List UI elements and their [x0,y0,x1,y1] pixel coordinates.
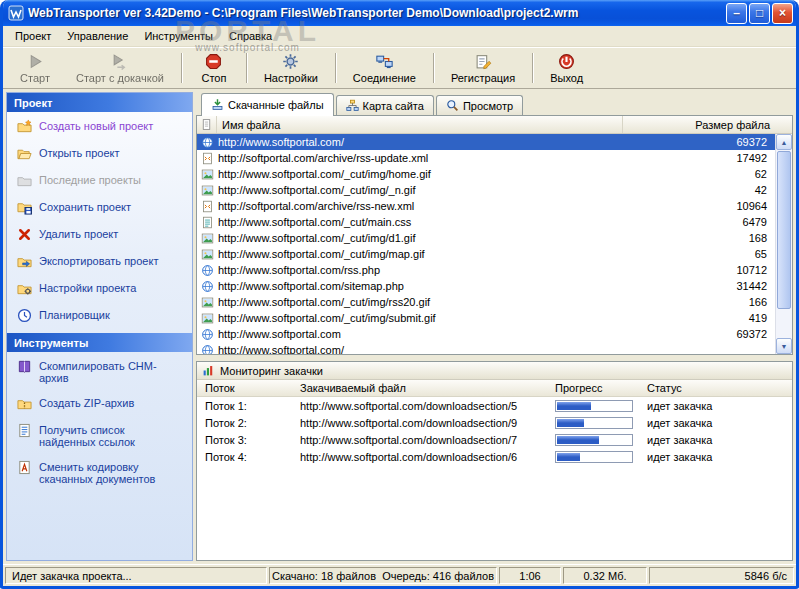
toolbar-button-label: Соединение [353,72,416,84]
file-row[interactable]: http://softportal.com/archive/rss-update… [197,150,775,166]
sidebar-item-label: Создать новый проект [39,119,153,132]
menu-item-0[interactable]: Проект [7,28,59,44]
toolbar-button-0[interactable]: Старт [7,49,63,87]
file-list-header: Имя файла Размер файла [197,116,792,134]
status-panel-2: 1:06 [499,567,561,584]
vertical-scrollbar[interactable]: ▲ ▼ [775,134,792,354]
file-row[interactable]: http://www.softportal.com/sitemap.php314… [197,278,775,294]
open-project-icon [16,146,32,161]
scroll-thumb[interactable] [777,151,791,309]
file-size: 168 [697,232,775,244]
sidebar-item-0-0[interactable]: Создать новый проект [16,119,188,134]
tab-label: Скачанные файлы [228,99,324,111]
sidebar-item-1-1[interactable]: Создать ZIP-архив [16,396,188,411]
sidebar-item-0-3[interactable]: Сохранить проект [16,200,188,215]
sidebar-item-0-7[interactable]: Планировщик [16,308,188,323]
css-icon [201,216,214,229]
file-row[interactable]: http://www.softportal.com/_cut/img/submi… [197,310,775,326]
sidebar-item-0-5[interactable]: Экспортировать проект [16,254,188,269]
status-panel-1: Скачано: 18 файлов Очередь: 416 файлов [269,567,497,584]
toolbar-button-label: Старт с докачкой [76,72,164,84]
file-name: http://www.softportal.com/rss.php [218,264,693,276]
file-row[interactable]: http://www.softportal.com/_cut/img/_n.gi… [197,182,775,198]
minimize-button[interactable]: – [726,3,747,24]
file-name: http://www.softportal.com/_cut/img/home.… [218,168,693,180]
file-row[interactable]: http://www.softportal.com/_cut/img/d1.gi… [197,230,775,246]
file-size: 17492 [697,152,775,164]
toolbar-button-3[interactable]: Настройки [251,49,331,87]
sidebar-item-1-2[interactable]: Получить список найденных ссылок [16,423,188,448]
monitor-row: Поток 3:http://www.softportal.com/downlo… [197,431,792,448]
file-size: 10964 [697,200,775,212]
scroll-track[interactable] [776,150,792,338]
file-row[interactable]: http://www.softportal.com/ [197,342,775,354]
toolbar-button-6[interactable]: Выход [537,49,596,87]
file-name: http://www.softportal.com [218,328,693,340]
html-icon [201,328,214,341]
file-row[interactable]: http://www.softportal.com/_cut/main.css6… [197,214,775,230]
app-icon [8,5,24,21]
sidebar-item-1-0[interactable]: Скомпилировать CHM-архив [16,359,188,384]
toolbar-button-1[interactable]: Старт с докачкой [63,49,177,87]
file-row[interactable]: http://www.softportal.com/69372 [197,134,775,150]
toolbar-button-2[interactable]: Стоп [186,49,242,87]
file-row[interactable]: http://www.softportal.com/_cut/img/rss20… [197,294,775,310]
file-name: http://www.softportal.com/_cut/img/submi… [218,312,693,324]
tab-1[interactable]: Карта сайта [336,95,434,115]
file-row[interactable]: http://www.softportal.com/_cut/img/home.… [197,166,775,182]
file-list-body: http://www.softportal.com/69372http://so… [197,134,792,354]
tab-0[interactable]: Скачанные файлы [201,93,334,116]
sidebar-item-0-2[interactable]: Последние проекты [16,173,188,188]
menu-item-2[interactable]: Инструменты [136,28,221,44]
image-icon [201,184,214,197]
toolbar-button-label: Выход [550,72,583,84]
image-icon [201,248,214,261]
sidebar-item-0-1[interactable]: Открыть проект [16,146,188,161]
zip-icon [16,396,32,411]
monitor-thread: Поток 2: [205,417,300,429]
file-row[interactable]: http://www.softportal.com/_cut/img/map.g… [197,246,775,262]
maximize-button[interactable]: □ [749,3,770,24]
html-icon [201,264,214,277]
file-size: 69372 [697,328,775,340]
progress-fill [557,402,591,410]
sidebar-list-1: Скомпилировать CHM-архивСоздать ZIP-архи… [7,352,192,495]
menu-item-1[interactable]: Управление [59,28,136,44]
file-name: http://www.softportal.com/ [218,136,693,148]
file-name: http://www.softportal.com/sitemap.php [218,280,693,292]
title-bar: WebTransporter ver 3.42Demo - C:\Program… [3,0,796,26]
recent-projects-icon [16,173,32,188]
encoding-icon [16,460,32,475]
sidebar-item-0-4[interactable]: Удалить проект [16,227,188,242]
file-row[interactable]: http://www.softportal.com/rss.php10712 [197,262,775,278]
file-size: 419 [697,312,775,324]
menu-item-3[interactable]: Справка [221,28,280,44]
new-project-icon [16,119,32,134]
close-button[interactable]: × [772,3,793,24]
sidebar-section-title: Инструменты [14,337,88,349]
app-window: WebTransporter ver 3.42Demo - C:\Program… [0,0,799,589]
file-size: 10712 [697,264,775,276]
toolbar-separator [532,53,533,83]
tab-2[interactable]: Просмотр [436,95,523,115]
toolbar-separator [181,53,182,83]
toolbar-button-4[interactable]: Соединение [340,49,429,87]
column-header-name[interactable]: Имя файла [216,116,622,133]
column-header-size[interactable]: Размер файла [622,116,792,133]
scroll-down-button[interactable]: ▼ [776,338,792,354]
sidebar-section-title: Проект [14,97,52,109]
toolbar-separator [246,53,247,83]
sidebar-item-1-3[interactable]: Сменить кодировку скачанных документов [16,460,188,485]
sidebar-item-0-6[interactable]: Настройки проекта [16,281,188,296]
toolbar-button-5[interactable]: Регистрация [438,49,528,87]
progress-bar [555,434,633,446]
scroll-up-button[interactable]: ▲ [776,134,792,150]
file-row[interactable]: http://softportal.com/archive/rss-new.xm… [197,198,775,214]
scheduler-icon [16,308,32,323]
file-row[interactable]: http://www.softportal.com69372 [197,326,775,342]
settings-icon [282,53,299,70]
monitor-thread: Поток 3: [205,434,300,446]
sidebar-item-label: Скомпилировать CHM-архив [39,359,179,384]
menu-bar: ПроектУправлениеИнструментыСправка [3,26,796,47]
monitor-status: идет закачка [647,417,792,429]
